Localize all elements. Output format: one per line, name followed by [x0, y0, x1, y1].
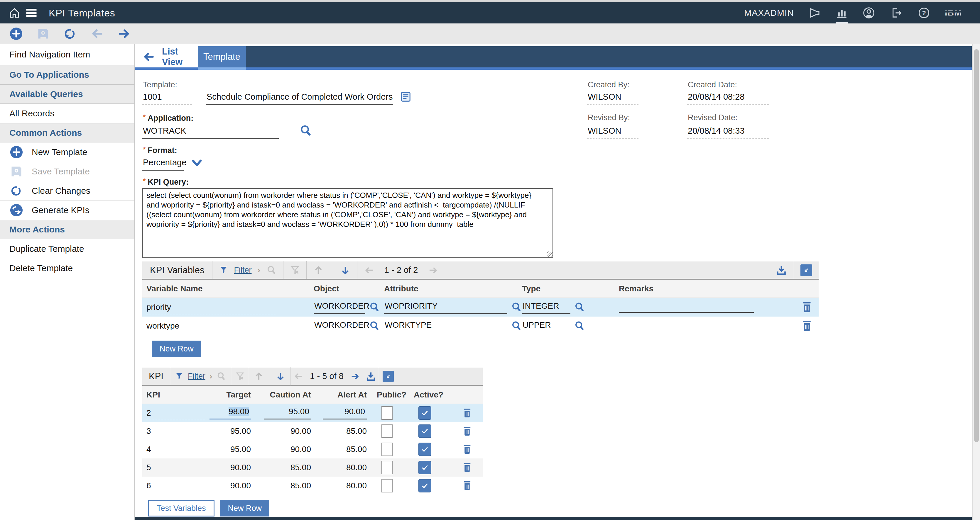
sidebar-item-new-template[interactable]: New Template — [0, 143, 134, 162]
target-cell[interactable]: 90.00 — [205, 458, 254, 477]
find-navigation-input[interactable]: Find Navigation Item — [0, 44, 134, 65]
tab-list-view[interactable]: List View — [135, 46, 198, 67]
active-checkbox[interactable] — [418, 442, 431, 456]
vertical-scrollbar[interactable] — [972, 44, 980, 520]
download-icon[interactable] — [775, 265, 787, 276]
expand-filter-chevron[interactable]: › — [258, 266, 260, 275]
alert-cell[interactable]: 90.00 — [314, 404, 370, 422]
clear-changes-button[interactable] — [64, 27, 77, 40]
announcements-button[interactable] — [808, 6, 822, 20]
menu-button[interactable] — [23, 2, 40, 24]
home-button[interactable] — [6, 2, 23, 24]
public-checkbox[interactable] — [382, 442, 393, 456]
kpi-id-cell[interactable]: 2 — [142, 404, 205, 422]
delete-row-button[interactable] — [791, 298, 819, 317]
alert-cell[interactable]: 80.00 — [314, 477, 370, 495]
sidebar-item-duplicate-template[interactable]: Duplicate Template — [0, 239, 134, 258]
caution-cell[interactable]: 90.00 — [254, 440, 314, 458]
application-lookup-button[interactable] — [299, 124, 312, 137]
kpi-row[interactable]: 2 98.00 95.00 90.00 — [142, 404, 483, 422]
type-cell[interactable]: UPPER — [518, 317, 615, 335]
active-checkbox[interactable] — [418, 406, 431, 420]
reports-button[interactable] — [836, 2, 848, 24]
active-checkbox[interactable] — [418, 479, 431, 493]
kpi-variable-row[interactable]: priority WORKORDER WOPRIORITY INTEGER — [142, 298, 819, 317]
variables-new-row-button[interactable]: New Row — [152, 341, 201, 357]
sidebar-header-available-queries[interactable]: Available Queries — [0, 84, 134, 104]
kpi-query-textarea[interactable]: select (select count(wonum) from workord… — [142, 188, 553, 258]
variable-name-cell[interactable]: worktype — [142, 317, 310, 335]
next-row-icon[interactable] — [275, 371, 285, 381]
filter-funnel-icon[interactable] — [175, 372, 184, 381]
variable-name-cell[interactable]: priority — [142, 298, 310, 317]
next-record-button[interactable] — [118, 27, 131, 40]
long-description-button[interactable] — [400, 91, 411, 103]
delete-row-button[interactable] — [447, 477, 483, 495]
sidebar-header-go-to-applications[interactable]: Go To Applications — [0, 65, 134, 84]
public-checkbox[interactable] — [382, 461, 393, 474]
magnifier-icon[interactable] — [574, 302, 585, 313]
sidebar-header-common-actions[interactable]: Common Actions — [0, 123, 134, 143]
sidebar-item-all-records[interactable]: All Records — [0, 104, 134, 123]
scrollbar-thumb[interactable] — [974, 49, 979, 442]
sidebar-item-clear-changes[interactable]: Clear Changes — [0, 181, 134, 200]
kpi-id-cell[interactable]: 3 — [142, 422, 205, 440]
filter-funnel-icon[interactable] — [219, 266, 228, 275]
logout-button[interactable] — [889, 6, 903, 20]
profile-button[interactable] — [862, 6, 875, 20]
magnifier-icon[interactable] — [369, 302, 380, 313]
kpi-id-cell[interactable]: 4 — [142, 440, 205, 458]
download-icon[interactable] — [365, 371, 377, 382]
attribute-cell[interactable]: WORKTYPE — [380, 317, 518, 335]
textarea-resize-grip[interactable] — [547, 252, 552, 257]
sidebar-header-more-actions[interactable]: More Actions — [0, 220, 134, 239]
caution-cell[interactable]: 95.00 — [254, 404, 314, 422]
target-cell[interactable]: 95.00 — [205, 440, 254, 458]
delete-row-button[interactable] — [791, 317, 819, 335]
caution-cell[interactable]: 90.00 — [254, 422, 314, 440]
object-cell[interactable]: WORKORDER — [310, 298, 380, 317]
delete-row-button[interactable] — [447, 422, 483, 440]
type-cell[interactable]: INTEGER — [518, 298, 615, 317]
delete-row-button[interactable] — [447, 440, 483, 458]
active-checkbox[interactable] — [418, 461, 431, 474]
collapse-section-button[interactable] — [800, 265, 812, 276]
kpi-new-row-button[interactable]: New Row — [220, 500, 270, 517]
magnifier-icon[interactable] — [574, 320, 585, 331]
new-record-button[interactable] — [10, 27, 23, 40]
caution-cell[interactable]: 85.00 — [254, 458, 314, 477]
expand-filter-chevron[interactable]: › — [210, 372, 212, 381]
target-cell[interactable]: 98.00 — [205, 404, 254, 422]
object-cell[interactable]: WORKORDER — [310, 317, 380, 335]
public-checkbox[interactable] — [382, 425, 393, 438]
kpi-row[interactable]: 3 95.00 90.00 85.00 — [142, 422, 483, 440]
kpi-variable-row[interactable]: worktype WORKORDER WORKTYPE UPPER — [142, 317, 819, 335]
kpi-row[interactable]: 6 90.00 85.00 80.00 — [142, 477, 483, 495]
public-checkbox[interactable] — [382, 406, 393, 420]
filter-link[interactable]: Filter — [234, 266, 252, 275]
public-checkbox[interactable] — [382, 479, 393, 493]
collapse-section-button[interactable] — [383, 371, 394, 382]
alert-cell[interactable]: 85.00 — [314, 422, 370, 440]
next-row-icon[interactable] — [340, 265, 351, 276]
kpi-row[interactable]: 4 95.00 90.00 85.00 — [142, 440, 483, 458]
remarks-cell[interactable] — [615, 317, 791, 335]
attribute-cell[interactable]: WOPRIORITY — [380, 298, 518, 317]
kpi-id-cell[interactable]: 5 — [142, 458, 205, 477]
target-cell[interactable]: 90.00 — [205, 477, 254, 495]
delete-row-button[interactable] — [447, 404, 483, 422]
magnifier-icon[interactable] — [369, 320, 380, 331]
format-dropdown-button[interactable] — [191, 158, 202, 168]
active-checkbox[interactable] — [418, 425, 431, 438]
remarks-cell[interactable] — [615, 298, 791, 317]
sidebar-item-delete-template[interactable]: Delete Template — [0, 258, 134, 278]
alert-cell[interactable]: 80.00 — [314, 458, 370, 477]
help-button[interactable]: ? — [917, 6, 931, 20]
target-cell[interactable]: 95.00 — [205, 422, 254, 440]
kpi-id-cell[interactable]: 6 — [142, 477, 205, 495]
test-variables-button[interactable]: Test Variables — [148, 500, 215, 517]
page-next-icon[interactable] — [350, 371, 360, 381]
filter-link[interactable]: Filter — [188, 372, 205, 381]
caution-cell[interactable]: 85.00 — [254, 477, 314, 495]
alert-cell[interactable]: 85.00 — [314, 440, 370, 458]
